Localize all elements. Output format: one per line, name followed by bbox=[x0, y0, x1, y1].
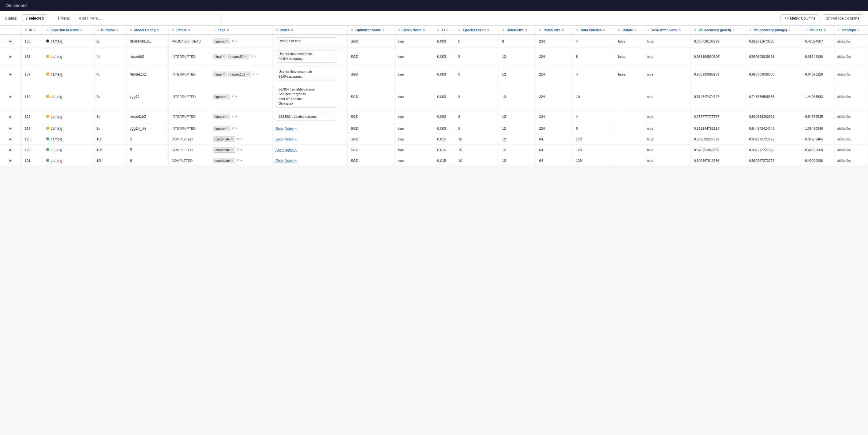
tag-remove[interactable]: ✕ bbox=[231, 137, 233, 141]
metric-columns-button[interactable]: +/- Metric Columns bbox=[780, 14, 819, 22]
tag-clear[interactable]: ✕ bbox=[250, 55, 253, 59]
cell-val-acc-image: 0.992727272727 bbox=[746, 155, 802, 166]
cell-rotate bbox=[615, 155, 644, 166]
row-expand[interactable]: ▶ bbox=[0, 134, 22, 144]
tag-dropdown[interactable]: ▾ bbox=[241, 148, 242, 152]
tag-item[interactable]: ignore ✕ bbox=[213, 38, 230, 44]
th-num-patches[interactable]: ⠿Num Patches⇅ bbox=[572, 26, 615, 35]
th-status[interactable]: ⠿Status⇅ bbox=[168, 26, 210, 35]
filters-input[interactable] bbox=[75, 14, 222, 22]
notes-text[interactable]: 66,954 trainable paramsBad accuracy/loss… bbox=[276, 86, 337, 108]
tag-remove[interactable]: ✕ bbox=[225, 95, 228, 98]
tag-dropdown[interactable]: ▾ bbox=[256, 72, 258, 76]
row-expand[interactable]: ▶ bbox=[0, 155, 22, 166]
tag-dropdown[interactable]: ▾ bbox=[235, 95, 237, 98]
th-patch-size[interactable]: ⠿Patch Size⇅ bbox=[536, 26, 572, 35]
th-notes[interactable]: ⠿Notes⇅ bbox=[272, 26, 347, 35]
tag-dropdown[interactable]: ▾ bbox=[241, 137, 242, 141]
tag-dropdown[interactable]: ▾ bbox=[235, 115, 237, 119]
notes-text[interactable]: 263,562 trainable params bbox=[276, 113, 337, 121]
cell-lr: 0.003 bbox=[434, 65, 455, 83]
cell-duration: 3d bbox=[93, 123, 127, 134]
tag-item[interactable]: ignore ✕ bbox=[213, 126, 230, 131]
tag-remove[interactable]: ✕ bbox=[246, 72, 249, 76]
th-experiment-name[interactable]: ⠿Experiment Name⇅ bbox=[43, 26, 93, 35]
th-val-acc-image[interactable]: ⠿Val accuracy (image)⇅ bbox=[746, 26, 802, 35]
notes-text[interactable]: Use for final ensemble99.8% accuracy bbox=[276, 68, 337, 80]
tag-remove[interactable]: ✕ bbox=[231, 159, 233, 162]
row-expand[interactable]: ▶ bbox=[0, 65, 22, 83]
table-row: ▶ 122 camsig 16hB COMPLETED candidate ✕ … bbox=[0, 144, 868, 155]
tag-item[interactable]: final ✕ bbox=[213, 72, 227, 77]
tag-remove[interactable]: ✕ bbox=[222, 72, 225, 76]
row-expand[interactable]: ▶ bbox=[0, 144, 22, 155]
th-relu-after-conv[interactable]: ⠿Relu After Conv⇅ bbox=[644, 26, 691, 35]
status-select[interactable]: 7 selected bbox=[22, 14, 47, 22]
th-lr[interactable]: ⠿Lr⇅ bbox=[434, 26, 455, 35]
row-expand[interactable]: ▶ bbox=[0, 110, 22, 123]
th-epochs-per-lr[interactable]: ⠿Epochs Per Lr⇅ bbox=[455, 26, 499, 35]
tag-clear[interactable]: ✕ bbox=[237, 148, 239, 152]
show-hide-columns-button[interactable]: Show/Hide Columns bbox=[822, 14, 863, 22]
enter-notes-link[interactable]: Enter Notes ✏ bbox=[276, 159, 297, 162]
table-row: ▶ 121 camsig 12hB COMPLETED candidate ✕ … bbox=[0, 155, 868, 166]
toolbar: Status: 7 selected Filters: +/- Metric C… bbox=[0, 11, 868, 26]
th-optimizer-name[interactable]: ⠿Optimizer Name⇅ bbox=[347, 26, 395, 35]
tag-remove[interactable]: ✕ bbox=[225, 127, 228, 130]
tag-dropdown[interactable]: ▾ bbox=[235, 127, 237, 130]
cell-status: PROBABLY_DEAD bbox=[168, 35, 210, 48]
tag-item[interactable]: ignore ✕ bbox=[213, 114, 230, 119]
tag-clear[interactable]: ✕ bbox=[231, 39, 234, 43]
tag-item[interactable]: candidate ✕ bbox=[213, 147, 236, 153]
row-expand[interactable]: ▶ bbox=[0, 35, 22, 48]
topbar: Omniboard bbox=[0, 0, 868, 11]
tag-item[interactable]: candidate ✕ bbox=[213, 136, 236, 142]
tag-remove[interactable]: ✕ bbox=[225, 115, 228, 119]
row-expand[interactable]: ▶ bbox=[0, 48, 22, 65]
tag-dropdown[interactable]: ▾ bbox=[235, 39, 237, 43]
tag-clear[interactable]: ✕ bbox=[252, 72, 255, 76]
th-val-loss[interactable]: ⠿Val loss⇅ bbox=[802, 26, 834, 35]
tag-item[interactable]: resnet152 ✕ bbox=[228, 72, 251, 77]
tag-remove[interactable]: ✕ bbox=[222, 55, 225, 58]
tag-clear[interactable]: ✕ bbox=[231, 115, 234, 119]
tag-clear[interactable]: ✕ bbox=[231, 126, 234, 130]
th-checkpoint[interactable]: ⠿Checkpo⇅ bbox=[834, 26, 868, 35]
th-val-acc-patch[interactable]: ⠿Val accuracy (patch)⇅ bbox=[691, 26, 746, 35]
cell-id: 130 bbox=[22, 83, 43, 110]
row-expand[interactable]: ▶ bbox=[0, 123, 22, 134]
tag-dropdown[interactable]: ▾ bbox=[254, 55, 256, 58]
tag-item[interactable]: ignore ✕ bbox=[213, 94, 230, 99]
cell-checkpoint: /disks/0/c bbox=[834, 134, 868, 144]
tag-clear[interactable]: ✕ bbox=[237, 137, 239, 141]
cell-optimizer: SGD bbox=[347, 83, 395, 110]
cell-num-patches: 4 bbox=[572, 65, 615, 83]
tag-remove[interactable]: ✕ bbox=[245, 55, 247, 58]
row-expand[interactable]: ▶ bbox=[0, 83, 22, 110]
th-duration[interactable]: ⠿Duration⇅ bbox=[93, 26, 127, 35]
tag-dropdown[interactable]: ▾ bbox=[241, 159, 242, 162]
th-batch-norm[interactable]: ⠿Batch Norm⇅ bbox=[395, 26, 434, 35]
enter-notes-link[interactable]: Enter Notes ✏ bbox=[276, 127, 297, 130]
th-rotate[interactable]: ⠿Rotate⇅ bbox=[615, 26, 644, 35]
cell-status: COMPLETED bbox=[168, 144, 210, 155]
cell-optimizer: SGD bbox=[347, 123, 395, 134]
th-model-config[interactable]: ⠿Model Config⇅ bbox=[126, 26, 168, 35]
tag-remove[interactable]: ✕ bbox=[231, 148, 233, 152]
enter-notes-link[interactable]: Enter Notes ✏ bbox=[276, 137, 297, 141]
tag-clear[interactable]: ✕ bbox=[231, 95, 234, 99]
th-tags[interactable]: ⠿Tags⇅ bbox=[210, 26, 272, 35]
notes-text[interactable]: Use for final ensemble99.9% accuracy bbox=[276, 50, 337, 63]
notes-text[interactable]: Ran out of time bbox=[276, 37, 337, 45]
tag-item[interactable]: candidate ✕ bbox=[213, 158, 236, 163]
tag-item[interactable]: final ✕ bbox=[213, 54, 227, 59]
tag-remove[interactable]: ✕ bbox=[225, 39, 228, 43]
th-batch-size[interactable]: ⠿Batch Size⇅ bbox=[499, 26, 536, 35]
th-id[interactable]: ⠿Id⇅ bbox=[22, 26, 43, 35]
cell-epochs-per-lr: 8 bbox=[455, 110, 499, 123]
cell-batch-norm: true bbox=[395, 83, 434, 110]
enter-notes-link[interactable]: Enter Notes ✏ bbox=[276, 148, 297, 152]
tag-item[interactable]: resnet50 ✕ bbox=[228, 54, 249, 59]
cell-batch-norm: true bbox=[395, 110, 434, 123]
tag-clear[interactable]: ✕ bbox=[237, 159, 239, 162]
